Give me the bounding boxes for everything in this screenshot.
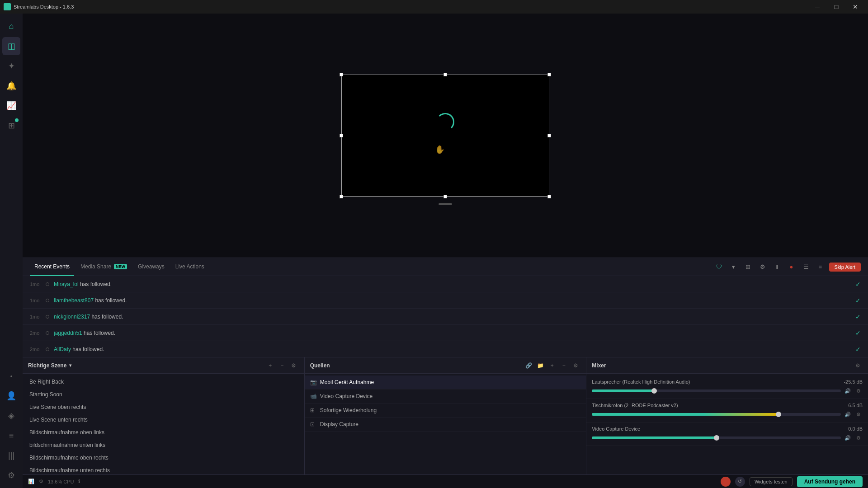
event-user-link[interactable]: AllDaty [54,346,71,352]
sidebar-item-settings[interactable]: ⚙ [2,466,20,484]
resize-handle-bc[interactable] [443,195,447,198]
minimize-button[interactable]: ─ [808,0,826,14]
maximize-button[interactable]: □ [827,0,845,14]
mixer-mute-button[interactable]: 🔊 [844,410,852,418]
resize-handle-mr[interactable] [547,134,551,137]
scenes-settings-button[interactable]: ⚙ [289,361,299,371]
chevron-down-btn[interactable]: ▾ [728,261,740,273]
sidebar-item-editor[interactable]: ◫ [2,37,20,55]
filter-btn[interactable]: ⚙ [757,261,769,273]
sources-settings-button[interactable]: ⚙ [571,361,580,371]
source-lock-btn[interactable]: 🔒 [572,378,580,386]
statusbar-left: 📊 ⚙ 13.6% CPU ℹ [28,479,80,484]
info-icon[interactable]: ℹ [78,479,80,484]
sidebar-item-notifications[interactable]: ● [2,367,20,385]
resize-handle-bl[interactable] [340,195,343,198]
tab-media-share[interactable]: Media Share New [76,258,132,276]
scene-item[interactable]: Live Scene unten rechts [23,413,304,426]
source-item[interactable]: ⊞ Sofortige Wiederholung 👁 🔒 [305,404,586,418]
canvas-container[interactable]: ✋ [341,75,549,197]
mixer-channel-mic: Tischmikrofon (2- RODE Podcaster v2) -6.… [586,399,868,422]
mixer-mute-button[interactable]: 🔊 [844,387,852,395]
mixer-channel-header: Lautsprecher (Realtek High Definition Au… [592,379,863,385]
reset-button[interactable]: ↺ [735,477,745,487]
sidebar-item-alerts[interactable]: 🔔 [2,77,20,95]
source-lock-btn[interactable]: 🔒 [572,420,580,428]
source-lock-btn[interactable]: 🔒 [572,406,580,414]
resize-handle-ml[interactable] [340,134,343,137]
sources-folder-button[interactable]: 📁 [535,361,545,371]
mixer-channel-settings[interactable]: ⚙ [854,434,863,442]
mixer-channel-settings[interactable]: ⚙ [854,387,863,395]
grid-view-btn[interactable]: ⊞ [742,261,754,273]
sidebar-item-themes[interactable]: ✦ [2,57,20,75]
list-view-btn[interactable]: ☰ [800,261,812,273]
editor-icon: ◫ [8,41,15,51]
resize-handle-tr[interactable] [547,73,551,76]
scene-item[interactable]: Bildschirmaufnahme unten rechts [23,464,304,474]
stats-graph-icon[interactable]: 📊 [28,479,34,484]
source-eye-btn[interactable]: 👁 [562,420,571,428]
detail-view-btn[interactable]: ≡ [815,261,826,273]
source-name: Mobil Gerät Aufnahme [320,379,374,385]
mixer-mute-button[interactable]: 🔊 [844,434,852,442]
skip-alert-button[interactable]: Skip Alert [829,263,861,272]
resize-handle-tc[interactable] [443,73,447,76]
canvas-preview: ✋ [341,75,549,197]
source-lock-btn[interactable]: 🔒 [572,392,580,400]
mixer-settings-button[interactable]: ⚙ [853,361,863,371]
source-eye-btn[interactable]: 👁 [562,392,571,400]
mixer-volume-bar[interactable] [592,389,841,392]
sidebar-item-analytics[interactable]: 📈 [2,97,20,115]
sources-filter-button[interactable]: 🔗 [524,361,533,371]
tab-live-actions[interactable]: Live Actions [171,258,209,276]
sidebar-item-home[interactable]: ⌂ [2,17,20,35]
mixer-channel-controls: 🔊 ⚙ [592,387,863,395]
mixer-volume-bar[interactable] [592,413,841,416]
source-eye-btn[interactable]: 👁 [562,406,571,414]
scenes-remove-button[interactable]: − [277,361,287,371]
scenes-dropdown-icon[interactable]: ▾ [69,363,71,368]
sidebar-item-sources-btn[interactable]: ≡ [2,427,20,445]
go-live-button[interactable]: Auf Sendung gehen [797,476,863,487]
mixer-volume-knob[interactable] [776,412,781,417]
mixer-channel-settings[interactable]: ⚙ [854,410,863,418]
scenes-add-button[interactable]: + [265,361,275,371]
scene-item[interactable]: Bildschirmaufnahme oben rechts [23,451,304,464]
sidebar-item-apps[interactable]: ⊞ [2,117,20,135]
scene-item[interactable]: Be Right Back [23,375,304,388]
source-item[interactable]: 📷 Mobil Gerät Aufnahme 👁 🔒 [305,375,586,389]
app-title: Streamlabs Desktop - 1.6.3 [14,4,74,9]
source-name: Video Capture Device [320,393,373,399]
sources-panel-header: Quellen 🔗 📁 + − ⚙ [305,357,586,374]
tab-recent-events[interactable]: Recent Events [30,258,74,276]
scene-item[interactable]: Bildschirmaufnahme oben links [23,426,304,439]
mixer-volume-knob[interactable] [714,435,719,441]
sources-remove-button[interactable]: − [559,361,569,371]
sidebar-item-user[interactable]: 👤 [2,387,20,405]
mixer-volume-knob[interactable] [651,388,657,394]
settings-icon: ⚙ [8,470,15,480]
close-button[interactable]: ✕ [846,0,864,14]
event-user-link[interactable]: nickglonni2317 [54,314,90,320]
event-user-link[interactable]: liamthebeast807 [54,297,94,304]
sources-add-button[interactable]: + [547,361,557,371]
resize-handle-br[interactable] [547,195,551,198]
tab-giveaways[interactable]: Giveaways [133,258,169,276]
sidebar-item-network[interactable]: ◈ [2,407,20,425]
filter-icon-btn[interactable]: 🛡 [713,261,725,273]
scene-item[interactable]: Live Scene oben rechts [23,401,304,413]
resize-handle-tl[interactable] [340,73,343,76]
event-user-link[interactable]: Miraya_lol [54,281,79,287]
scene-item[interactable]: bildschirmaufnahme unten links [23,439,304,451]
source-eye-btn[interactable]: 👁 [562,378,571,386]
scene-item[interactable]: Starting Soon [23,388,304,401]
source-item[interactable]: 📹 Video Capture Device 👁 🔒 [305,389,586,404]
event-user-link[interactable]: jaggeddn51 [54,330,82,336]
mixer-volume-bar[interactable] [592,436,841,439]
pause-btn[interactable]: ⏸ [771,261,783,273]
sidebar-item-mixer-btn[interactable]: ||| [2,446,20,465]
record-btn[interactable]: ● [786,261,797,273]
widgets-test-button[interactable]: Widgets testen [750,477,793,486]
source-item[interactable]: ⊡ Display Capture 👁 🔒 [305,418,586,432]
